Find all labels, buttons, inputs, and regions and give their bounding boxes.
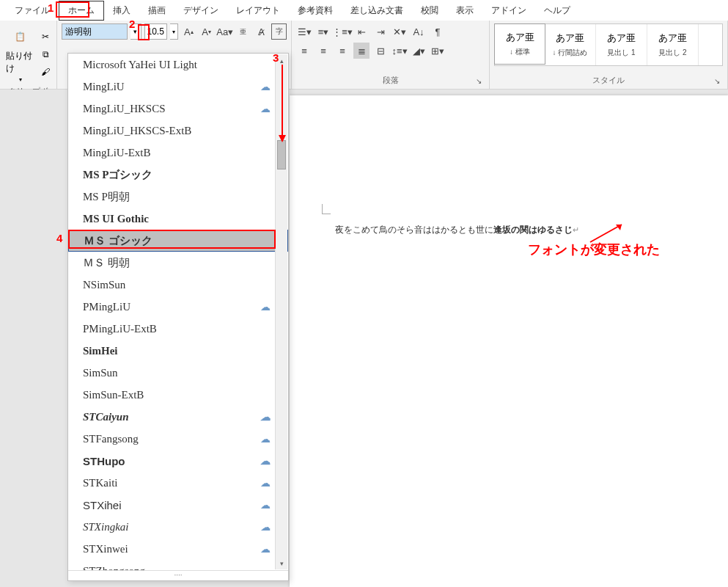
document-page[interactable]: 夜をこめて鳥のそら音ははかるとも世に逢坂の関はゆるさじ↵ xyxy=(290,95,728,587)
menu-addins[interactable]: アドイン xyxy=(482,1,535,20)
paste-button[interactable]: 📋 貼り付け ▾ xyxy=(4,23,36,84)
font-list-item[interactable]: SimHei xyxy=(68,340,288,362)
clear-formatting-button[interactable]: A̷ xyxy=(254,23,268,40)
enclose-characters-button[interactable]: 字 xyxy=(271,23,287,40)
font-list-item[interactable]: STHupo☁ xyxy=(68,450,288,472)
menu-review[interactable]: 校閲 xyxy=(412,1,447,20)
annotation-number-2: 2 xyxy=(129,18,135,30)
font-item-label: Microsoft YaHei UI Light xyxy=(83,59,197,71)
style-card-3[interactable]: あア亜見出し 2 xyxy=(647,24,699,65)
font-list-item[interactable]: STCaiyun☁ xyxy=(68,406,288,428)
increase-indent-button[interactable]: ⇥ xyxy=(372,23,389,40)
align-right-button[interactable]: ≡ xyxy=(334,43,350,59)
document-text[interactable]: 夜をこめて鳥のそら音ははかるとも世に逢坂の関はゆるさじ↵ xyxy=(335,224,579,236)
cut-button[interactable]: ✂ xyxy=(39,30,52,43)
font-dropdown-list[interactable]: Microsoft YaHei UI LightMingLiU☁MingLiU_… xyxy=(67,53,289,581)
menu-references[interactable]: 参考資料 xyxy=(289,1,342,20)
numbering-button[interactable]: ≡▾ xyxy=(315,23,331,40)
font-list-item[interactable]: PMingLiU☁ xyxy=(68,296,288,318)
font-item-label: NSimSun xyxy=(83,279,125,291)
style-label: 見出し 1 xyxy=(607,48,635,58)
copy-button[interactable]: ⧉ xyxy=(39,48,52,61)
scroll-down-button[interactable]: ▾ xyxy=(276,557,287,569)
style-preview: あア亜 xyxy=(556,32,584,45)
font-list-item[interactable]: MS P明朝 xyxy=(68,186,288,208)
scroll-thumb[interactable] xyxy=(277,140,286,169)
font-list-item[interactable]: PMingLiU-ExtB xyxy=(68,318,288,340)
paragraph-dialog-launcher[interactable]: ↘ xyxy=(474,77,483,86)
change-case-button[interactable]: Aa▾ xyxy=(217,23,233,40)
multilevel-list-button[interactable]: ⋮≡▾ xyxy=(334,23,350,40)
font-name-input[interactable]: 游明朝 xyxy=(62,23,128,40)
font-item-label: MS P明朝 xyxy=(83,190,130,204)
sort-button[interactable]: A↓ xyxy=(411,23,427,40)
font-list-item[interactable]: NSimSun xyxy=(68,274,288,296)
style-card-1[interactable]: あア亜↓ 行間詰め xyxy=(545,24,596,65)
font-item-label: STCaiyun xyxy=(83,411,129,423)
menu-draw[interactable]: 描画 xyxy=(139,1,174,20)
font-list-item[interactable]: MS Pゴシック xyxy=(68,164,288,186)
font-list-item[interactable]: SimSun xyxy=(68,362,288,384)
format-painter-button[interactable]: 🖌 xyxy=(39,65,52,79)
asian-layout-button[interactable]: ✕▾ xyxy=(391,23,408,40)
line-spacing-button[interactable]: ↕≡▾ xyxy=(391,43,408,59)
font-list-item[interactable]: STXingkai☁ xyxy=(68,516,288,538)
font-dropdown-resize-handle[interactable]: ···· xyxy=(68,570,288,580)
font-list-item[interactable]: MS UI Gothic xyxy=(68,208,288,230)
style-card-0[interactable]: あア亜↓ 標準 xyxy=(494,23,545,65)
cloud-icon: ☁ xyxy=(260,521,271,533)
font-list-item[interactable]: MingLiU☁ xyxy=(68,76,288,98)
font-list-item[interactable]: STXihei☁ xyxy=(68,494,288,516)
align-left-button[interactable]: ≡ xyxy=(296,43,312,59)
align-center-button[interactable]: ≡ xyxy=(315,43,331,59)
distributed-button[interactable]: ⊟ xyxy=(372,43,389,59)
font-list-item[interactable]: STFangsong☁ xyxy=(68,428,288,450)
font-item-label: STXingkai xyxy=(83,521,129,533)
borders-button[interactable]: ⊞▾ xyxy=(430,43,446,59)
menu-design[interactable]: デザイン xyxy=(174,1,227,20)
font-item-label: ＭＳ 明朝 xyxy=(83,256,130,270)
font-list-item[interactable]: STXinwei☁ xyxy=(68,538,288,560)
font-size-input[interactable]: 10.5 xyxy=(144,23,167,40)
phonetic-guide-button[interactable]: 亜 xyxy=(236,23,251,40)
font-item-label: MingLiU xyxy=(83,81,125,93)
style-label: ↓ 行間詰め xyxy=(553,48,588,58)
font-size-dropdown-button[interactable]: ▾ xyxy=(170,23,178,40)
annotation-number-3: 3 xyxy=(273,51,279,64)
align-justify-button[interactable]: ≣ xyxy=(353,43,369,59)
style-card-2[interactable]: あア亜見出し 1 xyxy=(596,24,647,65)
font-list-item[interactable]: MingLiU-ExtB xyxy=(68,142,288,164)
bullets-button[interactable]: ☰▾ xyxy=(296,23,312,40)
font-list-item[interactable]: STKaiti☁ xyxy=(68,472,288,494)
menu-insert[interactable]: 挿入 xyxy=(104,1,139,20)
style-preview: あア亜 xyxy=(658,32,687,45)
paragraph-group-label: 段落 ↘ xyxy=(296,73,485,87)
styles-gallery[interactable]: あア亜↓ 標準あア亜↓ 行間詰めあア亜見出し 1あア亜見出し 2 xyxy=(494,23,723,66)
font-list-item[interactable]: ＭＳ ゴシック xyxy=(68,230,288,252)
ribbon-group-clipboard: 📋 貼り付け ▾ ✂ ⧉ 🖌 クリップボード ↘ xyxy=(0,21,57,89)
font-list-item[interactable]: ＭＳ 明朝 xyxy=(68,252,288,274)
font-list-item[interactable]: Microsoft YaHei UI Light xyxy=(68,54,288,76)
show-marks-button[interactable]: ¶ xyxy=(430,23,446,40)
font-list-item[interactable]: MingLiU_HKSCS-ExtB xyxy=(68,120,288,142)
font-list-item[interactable]: STZhongsong☁ xyxy=(68,560,288,570)
menu-home[interactable]: ホーム xyxy=(59,1,104,21)
decrease-indent-button[interactable]: ⇤ xyxy=(353,23,369,40)
font-item-label: MingLiU_HKSCS xyxy=(83,103,166,115)
font-list-item[interactable]: MingLiU_HKSCS☁ xyxy=(68,98,288,120)
cloud-icon: ☁ xyxy=(260,103,271,115)
menu-help[interactable]: ヘルプ xyxy=(535,1,579,20)
menu-mailings[interactable]: 差し込み文書 xyxy=(342,1,412,20)
menu-view[interactable]: 表示 xyxy=(447,1,482,20)
shrink-font-button[interactable]: A▾ xyxy=(199,23,213,40)
cloud-icon: ☁ xyxy=(260,433,271,445)
grow-font-button[interactable]: A▴ xyxy=(181,23,196,40)
cloud-icon: ☁ xyxy=(260,455,271,467)
shading-button[interactable]: ◢▾ xyxy=(411,43,427,59)
font-item-label: MS UI Gothic xyxy=(83,213,149,225)
font-list-item[interactable]: SimSun-ExtB xyxy=(68,384,288,406)
annotation-arrow-3 xyxy=(282,65,283,136)
styles-dialog-launcher[interactable]: ↘ xyxy=(713,77,721,86)
annotation-number-1: 1 xyxy=(48,1,54,14)
menu-layout[interactable]: レイアウト xyxy=(227,1,289,20)
